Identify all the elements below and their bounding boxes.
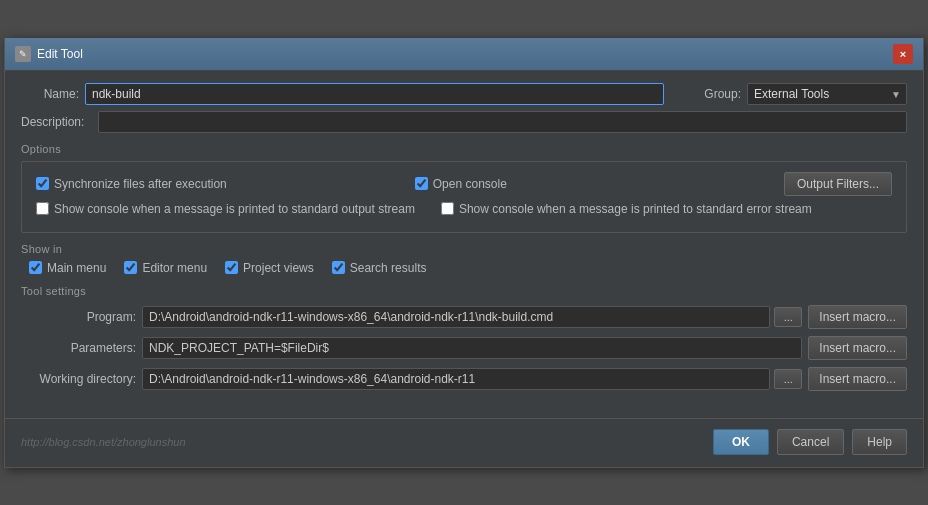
project-views-label: Project views xyxy=(243,261,314,275)
name-row: Name: Group: External Tools ▼ xyxy=(21,83,907,105)
show-console-stderr-item[interactable]: Show console when a message is printed t… xyxy=(441,202,812,216)
sync-files-label: Synchronize files after execution xyxy=(54,177,227,191)
help-button[interactable]: Help xyxy=(852,429,907,455)
options-section-title: Options xyxy=(21,143,907,155)
editor-menu-checkbox[interactable] xyxy=(124,261,137,274)
program-dots-button[interactable]: ... xyxy=(774,307,802,327)
search-results-item[interactable]: Search results xyxy=(332,261,427,275)
group-label: Group: xyxy=(704,87,741,101)
close-button[interactable]: × xyxy=(893,44,913,64)
editor-menu-label: Editor menu xyxy=(142,261,207,275)
open-console-label: Open console xyxy=(433,177,507,191)
sync-files-checkbox[interactable] xyxy=(36,177,49,190)
working-dir-dots-button[interactable]: ... xyxy=(774,369,802,389)
dialog-title: Edit Tool xyxy=(37,47,83,61)
open-console-checkbox-item[interactable]: Open console xyxy=(415,177,507,191)
open-console-checkbox[interactable] xyxy=(415,177,428,190)
name-input[interactable] xyxy=(85,83,664,105)
show-in-row: Main menu Editor menu Project views Sear… xyxy=(29,261,907,275)
main-menu-checkbox[interactable] xyxy=(29,261,42,274)
edit-tool-dialog: ✎ Edit Tool × Name: Group: External Tool… xyxy=(4,38,924,468)
description-row: Description: xyxy=(21,111,907,133)
project-views-item[interactable]: Project views xyxy=(225,261,314,275)
project-views-checkbox[interactable] xyxy=(225,261,238,274)
parameters-row: Parameters: Insert macro... xyxy=(21,336,907,360)
show-console-stdout-label: Show console when a message is printed t… xyxy=(54,202,415,216)
tool-settings-section: Program: ... Insert macro... Parameters:… xyxy=(21,305,907,391)
description-input[interactable] xyxy=(98,111,907,133)
program-label: Program: xyxy=(21,310,136,324)
working-dir-label: Working directory: xyxy=(21,372,136,386)
editor-menu-item[interactable]: Editor menu xyxy=(124,261,207,275)
name-label: Name: xyxy=(21,87,79,101)
show-console-stderr-checkbox[interactable] xyxy=(441,202,454,215)
search-results-label: Search results xyxy=(350,261,427,275)
footer: http://blog.csdn.net/zhonglunshun OK Can… xyxy=(5,418,923,467)
parameters-label: Parameters: xyxy=(21,341,136,355)
main-menu-item[interactable]: Main menu xyxy=(29,261,106,275)
output-filters-button[interactable]: Output Filters... xyxy=(784,172,892,196)
title-bar-left: ✎ Edit Tool xyxy=(15,46,83,62)
description-label: Description: xyxy=(21,115,84,129)
tool-settings-title: Tool settings xyxy=(21,285,907,297)
options-row-1: Synchronize files after execution Open c… xyxy=(36,172,892,196)
main-menu-label: Main menu xyxy=(47,261,106,275)
parameters-input-wrap xyxy=(142,337,802,359)
program-input-wrap: ... xyxy=(142,306,802,328)
cancel-button[interactable]: Cancel xyxy=(777,429,844,455)
program-insert-macro-button[interactable]: Insert macro... xyxy=(808,305,907,329)
show-console-stdout-checkbox[interactable] xyxy=(36,202,49,215)
footer-watermark: http://blog.csdn.net/zhonglunshun xyxy=(21,436,705,448)
dialog-body: Name: Group: External Tools ▼ Descriptio… xyxy=(5,71,923,410)
sync-files-checkbox-item[interactable]: Synchronize files after execution xyxy=(36,177,227,191)
working-dir-row: Working directory: ... Insert macro... xyxy=(21,367,907,391)
working-dir-insert-macro-button[interactable]: Insert macro... xyxy=(808,367,907,391)
options-section: Synchronize files after execution Open c… xyxy=(21,161,907,233)
program-input[interactable] xyxy=(142,306,770,328)
group-select[interactable]: External Tools xyxy=(747,83,907,105)
ok-button[interactable]: OK xyxy=(713,429,769,455)
title-bar: ✎ Edit Tool × xyxy=(5,38,923,71)
name-input-wrap xyxy=(85,83,664,105)
group-select-wrap: External Tools ▼ xyxy=(747,83,907,105)
options-row-2: Show console when a message is printed t… xyxy=(36,202,892,216)
group-select-wrap: Group: External Tools ▼ xyxy=(704,83,907,105)
show-console-stdout-item[interactable]: Show console when a message is printed t… xyxy=(36,202,415,216)
working-dir-input-wrap: ... xyxy=(142,368,802,390)
show-in-title: Show in xyxy=(21,243,907,255)
program-row: Program: ... Insert macro... xyxy=(21,305,907,329)
parameters-insert-macro-button[interactable]: Insert macro... xyxy=(808,336,907,360)
dialog-icon: ✎ xyxy=(15,46,31,62)
working-dir-input[interactable] xyxy=(142,368,770,390)
parameters-input[interactable] xyxy=(142,337,802,359)
search-results-checkbox[interactable] xyxy=(332,261,345,274)
show-console-stderr-label: Show console when a message is printed t… xyxy=(459,202,812,216)
